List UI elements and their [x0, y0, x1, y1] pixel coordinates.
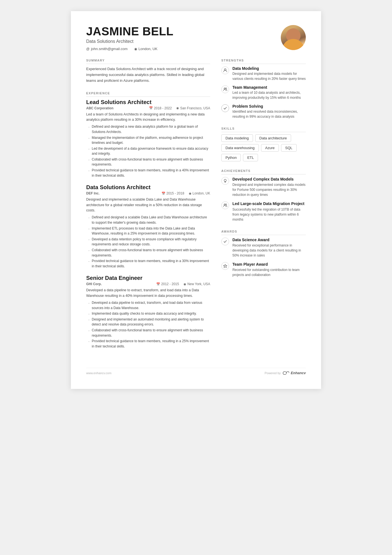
people-icon — [223, 87, 227, 91]
job-desc-3: Developed a data pipeline to extract, tr… — [86, 288, 210, 299]
star-icon — [223, 264, 227, 268]
strength-desc-3: Identified and resolved data inconsisten… — [232, 109, 306, 119]
content-columns: SUMMARY Experienced Data Solutions Archi… — [86, 59, 306, 357]
footer-website: www.enhancv.com — [86, 371, 111, 375]
job-meta-1: ABC Corporation 📅 2018 - 2022 ◉ San Fran… — [86, 106, 210, 110]
job-item-1: Lead Solutions Architect ABC Corporation… — [86, 99, 210, 178]
award-title-2: Team Player Award — [232, 262, 306, 267]
job-meta-3: GHI Corp. 📅 2012 - 2015 ◉ New York, USA — [86, 282, 210, 286]
job-dates-1: 📅 2018 - 2022 — [149, 106, 172, 110]
award-icon-1 — [221, 238, 229, 245]
job-dates-loc-2: 📅 2015 - 2018 ◉ London, UK — [162, 191, 210, 195]
pin-icon: ◉ — [189, 192, 192, 195]
bullet-item: Implemented ETL processes to load data i… — [88, 226, 210, 236]
skill-tag-3: Azure — [261, 144, 279, 152]
skill-tag-1: Data architecture — [255, 134, 291, 142]
achievement-desc-1: Designed and implemented complex data mo… — [232, 182, 306, 197]
bullet-item: Defined and designed a new data analytic… — [88, 124, 210, 134]
job-item-3: Senior Data Engineer GHI Corp. 📅 2012 - … — [86, 275, 210, 349]
strength-item-1: Data Modeling Designed and implemented d… — [221, 66, 306, 81]
job-company-2: DEF Inc. — [86, 191, 100, 195]
bullet-item: Provided technical guidance to team memb… — [88, 258, 210, 269]
check-icon — [224, 107, 227, 110]
job-title-2: Data Solutions Architect — [86, 184, 210, 191]
photo-body — [282, 39, 304, 50]
job-meta-2: DEF Inc. 📅 2015 - 2018 ◉ London, UK — [86, 191, 210, 195]
skills-label: SKILLS — [221, 127, 306, 132]
job-title-1: Lead Solutions Architect — [86, 99, 210, 105]
email-icon: @ — [86, 47, 90, 51]
bulb-icon — [224, 179, 227, 183]
achievement-item-2: Led Large-scale Data Migration Project S… — [221, 201, 306, 222]
skill-tag-6: ETL — [243, 154, 258, 161]
bullet-item: Collaborated with cross-functional teams… — [88, 328, 210, 338]
job-bullets-2: Defined and designed a scalable Data Lak… — [86, 215, 210, 269]
enhancv-logo-icon — [282, 371, 289, 375]
strength-title-1: Data Modeling — [232, 66, 306, 71]
candidate-title: Data Solutions Architect — [86, 39, 173, 44]
bullet-item: Provided technical guidance to team memb… — [88, 339, 210, 349]
footer-brand: Powered by Enhancv — [265, 371, 306, 375]
award-item-2: Team Player Award Received for outstandi… — [221, 262, 306, 277]
summary-section: SUMMARY Experienced Data Solutions Archi… — [86, 59, 210, 83]
pin-icon: ◉ — [183, 282, 186, 286]
strength-icon-3 — [221, 104, 229, 112]
bullet-item: Defined and designed a scalable Data Lak… — [88, 215, 210, 225]
calendar-icon: 📅 — [156, 282, 160, 286]
bullet-item: Developed a data retention policy to ens… — [88, 237, 210, 247]
achievements-section: ACHIEVEMENTS Developed Complex Data Mode… — [221, 169, 306, 222]
svg-point-5 — [225, 204, 227, 205]
candidate-name: JASMINE BELL — [86, 25, 173, 38]
people-icon-2 — [223, 203, 227, 207]
skill-tag-5: Python — [221, 154, 241, 161]
achievement-title-2: Led Large-scale Data Migration Project — [232, 201, 306, 206]
strengths-section: STRENGTHS Data Modeling Designed and imp… — [221, 59, 306, 119]
job-location-2: ◉ London, UK — [189, 191, 210, 195]
bullet-item: Designed and implemented an automated mo… — [88, 317, 210, 327]
right-column: STRENGTHS Data Modeling Designed and imp… — [221, 59, 306, 357]
awards-label: AWARDS — [221, 230, 306, 235]
job-location-3: ◉ New York, USA — [183, 282, 210, 286]
awards-section: AWARDS Data Science Award Received for e… — [221, 230, 306, 277]
svg-point-0 — [224, 69, 226, 70]
job-dates-loc-1: 📅 2018 - 2022 ◉ San Francisco, USA — [149, 106, 210, 110]
resume-document: JASMINE BELL Data Solutions Architect @ … — [71, 11, 321, 389]
achievement-desc-2: Successfully led the migration of 10TB o… — [232, 207, 306, 222]
strength-icon-1 — [221, 66, 229, 74]
achievement-content-2: Led Large-scale Data Migration Project S… — [232, 201, 306, 222]
svg-point-2 — [225, 88, 227, 89]
summary-label: SUMMARY — [86, 59, 210, 64]
strength-item-2: Team Management Led a team of 10 data an… — [221, 85, 306, 100]
job-location-1: ◉ San Francisco, USA — [176, 106, 210, 110]
strength-title-2: Team Management — [232, 85, 306, 90]
job-company-3: GHI Corp. — [86, 282, 102, 286]
job-title-3: Senior Data Engineer — [86, 275, 210, 281]
award-icon-2 — [221, 262, 229, 270]
strengths-label: STRENGTHS — [221, 59, 306, 64]
achievements-label: ACHIEVEMENTS — [221, 169, 306, 174]
award-desc-1: Received for exceptional performance in … — [232, 243, 306, 258]
job-desc-1: Led a team of Solutions Architects in de… — [86, 112, 210, 123]
award-content-2: Team Player Award Received for outstandi… — [232, 262, 306, 277]
achievement-title-1: Developed Complex Data Models — [232, 177, 306, 182]
svg-point-3 — [224, 179, 226, 182]
job-desc-2: Designed and implemented a scalable Data… — [86, 197, 210, 213]
strength-icon-2 — [221, 85, 229, 93]
bullet-item: Managed the implementation of the platfo… — [88, 135, 210, 145]
footer: www.enhancv.com Powered by Enhancv — [86, 368, 306, 375]
strength-item-3: Problem Solving Identified and resolved … — [221, 104, 306, 119]
bullet-item: Implemented data quality checks to ensur… — [88, 311, 210, 316]
header-contact: @ john.smith@gmail.com ◉ London, UK — [86, 47, 173, 51]
job-dates-loc-3: 📅 2012 - 2015 ◉ New York, USA — [156, 282, 210, 286]
job-bullets-3: Developed a data pipeline to extract, tr… — [86, 300, 210, 349]
location-icon: ◉ — [134, 47, 137, 51]
bullet-item: Developed a data pipeline to extract, tr… — [88, 300, 210, 310]
job-dates-2: 📅 2015 - 2018 — [162, 191, 184, 195]
summary-text: Experienced Data Solutions Architect wit… — [86, 66, 210, 83]
strength-content-2: Team Management Led a team of 10 data an… — [232, 85, 306, 100]
achievement-item-1: Developed Complex Data Models Designed a… — [221, 177, 306, 197]
award-desc-2: Received for outstanding contribution to… — [232, 267, 306, 277]
svg-point-4 — [224, 204, 225, 205]
strength-content-3: Problem Solving Identified and resolved … — [232, 104, 306, 119]
strength-title-3: Problem Solving — [232, 104, 306, 108]
